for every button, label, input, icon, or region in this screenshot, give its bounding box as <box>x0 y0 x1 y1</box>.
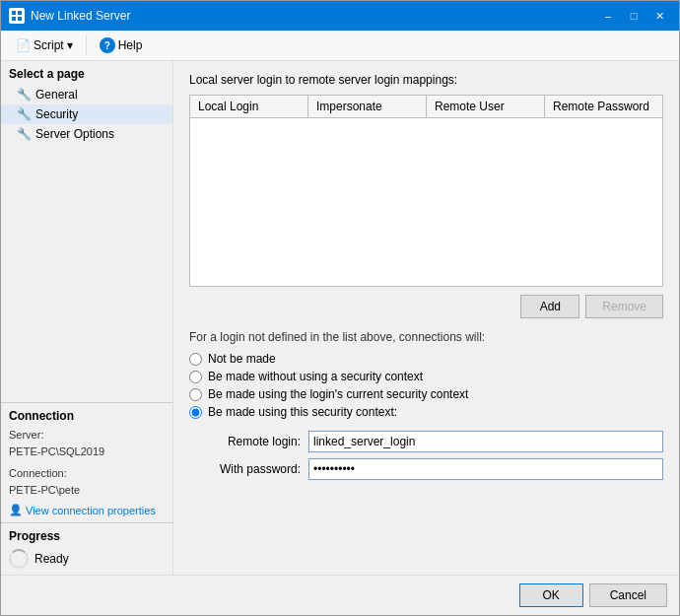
content-area: Select a page 🔧 General 🔧 Security 🔧 Ser… <box>1 61 679 575</box>
radio-not-be-made-input[interactable] <box>189 353 202 366</box>
connection-label: Connection: <box>9 465 165 483</box>
with-password-row: With password: <box>189 458 663 480</box>
sidebar-item-security-label: Security <box>35 107 78 121</box>
col-local-login: Local Login <box>190 96 308 117</box>
remove-button[interactable]: Remove <box>585 295 663 318</box>
not-defined-label: For a login not defined in the list abov… <box>189 330 663 344</box>
sidebar-item-server-options-label: Server Options <box>35 127 114 141</box>
svg-rect-1 <box>18 11 22 15</box>
svg-rect-2 <box>12 17 16 21</box>
help-button[interactable]: ? Help <box>93 34 150 56</box>
window-title: New Linked Server <box>31 9 596 23</box>
svg-rect-0 <box>12 11 16 15</box>
server-label: Server: <box>9 427 165 445</box>
view-connection-link[interactable]: 👤 View connection properties <box>9 504 165 516</box>
sidebar-item-security[interactable]: 🔧 Security <box>1 104 172 124</box>
remote-login-input[interactable] <box>308 431 663 452</box>
remote-login-label: Remote login: <box>197 435 301 448</box>
radio-group: Not be made Be made without using a secu… <box>189 352 663 419</box>
window-icon <box>9 8 25 24</box>
with-password-input[interactable] <box>308 458 663 480</box>
minimize-button[interactable]: – <box>596 6 620 26</box>
connection-title: Connection <box>9 409 165 423</box>
select-page-label: Select a page <box>1 61 172 85</box>
main-content: Local server login to remote server logi… <box>173 61 679 575</box>
col-remote-user: Remote User <box>427 96 545 117</box>
main-window: New Linked Server – □ ✕ 📄 Script ▾ ? Hel… <box>0 0 680 616</box>
script-dropdown-icon: ▾ <box>67 38 73 52</box>
progress-spinner <box>9 549 29 569</box>
svg-rect-3 <box>18 17 22 21</box>
footer: OK Cancel <box>1 575 679 615</box>
radio-login-security-input[interactable] <box>189 388 202 401</box>
close-button[interactable]: ✕ <box>647 6 671 26</box>
toolbar-separator <box>86 35 87 55</box>
script-label: Script <box>34 38 64 52</box>
wrench-icon-server-options: 🔧 <box>17 127 32 141</box>
radio-not-be-made: Not be made <box>189 352 663 366</box>
progress-title: Progress <box>9 529 165 543</box>
col-remote-password: Remote Password <box>545 96 662 117</box>
title-bar-controls: – □ ✕ <box>596 6 671 26</box>
maximize-button[interactable]: □ <box>622 6 646 26</box>
script-icon: 📄 <box>16 38 31 52</box>
radio-this-security-label: Be made using this security context: <box>208 405 397 419</box>
add-button[interactable]: Add <box>520 295 579 318</box>
radio-not-be-made-label: Not be made <box>208 352 276 366</box>
radio-no-security-input[interactable] <box>189 371 202 383</box>
toolbar: 📄 Script ▾ ? Help <box>1 31 679 61</box>
script-button[interactable]: 📄 Script ▾ <box>9 35 80 55</box>
radio-no-security: Be made without using a security context <box>189 370 663 383</box>
connection-info: Server: PETE-PC\SQL2019 Connection: PETE… <box>9 427 165 500</box>
radio-this-security: Be made using this security context: <box>189 405 663 419</box>
connection-value: PETE-PC\pete <box>9 482 165 500</box>
help-icon: ? <box>100 37 115 53</box>
add-remove-row: Add Remove <box>189 295 663 318</box>
col-impersonate: Impersonate <box>308 96 427 117</box>
table-body[interactable] <box>190 118 662 286</box>
progress-status: Ready <box>34 552 69 566</box>
sidebar: Select a page 🔧 General 🔧 Security 🔧 Ser… <box>1 61 173 575</box>
wrench-icon-general: 🔧 <box>17 88 32 102</box>
radio-no-security-label: Be made without using a security context <box>208 370 423 383</box>
ok-button[interactable]: OK <box>519 583 583 607</box>
progress-row: Ready <box>9 549 165 569</box>
radio-login-security: Be made using the login's current securi… <box>189 387 663 401</box>
table-header-row: Local Login Impersonate Remote User Remo… <box>190 96 662 118</box>
with-password-label: With password: <box>197 462 301 476</box>
view-connection-text: View connection properties <box>26 505 156 516</box>
sidebar-item-general[interactable]: 🔧 General <box>1 85 172 104</box>
remote-login-row: Remote login: <box>189 431 663 452</box>
progress-section: Progress Ready <box>1 522 172 575</box>
connection-link-icon: 👤 <box>9 504 23 516</box>
login-mappings-table: Local Login Impersonate Remote User Remo… <box>189 95 663 287</box>
sidebar-item-server-options[interactable]: 🔧 Server Options <box>1 124 172 144</box>
login-mappings-label: Local server login to remote server logi… <box>189 73 663 87</box>
title-bar: New Linked Server – □ ✕ <box>1 1 679 31</box>
radio-this-security-input[interactable] <box>189 406 202 419</box>
connection-section: Connection Server: PETE-PC\SQL2019 Conne… <box>1 402 172 522</box>
cancel-button[interactable]: Cancel <box>589 583 667 607</box>
wrench-icon-security: 🔧 <box>17 107 32 121</box>
radio-login-security-label: Be made using the login's current securi… <box>208 387 468 401</box>
sidebar-item-general-label: General <box>35 88 78 102</box>
server-value: PETE-PC\SQL2019 <box>9 444 165 461</box>
help-label: Help <box>118 38 143 52</box>
